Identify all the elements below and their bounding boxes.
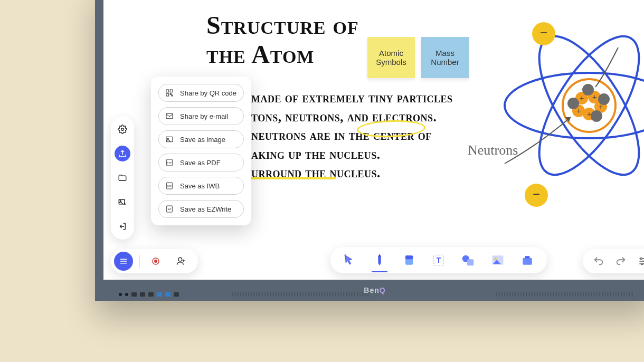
select-icon [343,253,357,268]
svg-text:+: + [592,93,596,101]
image-tool[interactable] [489,251,507,269]
speaker-grille [232,292,370,297]
save-as-ezwrite[interactable]: EZ Save as EZWrite [158,200,244,218]
briefcase-icon [520,253,535,268]
page-settings-button[interactable] [637,252,644,270]
settings-button[interactable] [115,121,130,137]
svg-text:+: + [580,94,584,102]
iwb-icon: IWB [165,182,174,190]
share-item-label: Share by e-mail [180,112,228,120]
qr-code-icon [165,89,174,97]
exit-button[interactable] [115,218,130,234]
svg-rect-31 [172,95,173,96]
exit-icon [118,222,127,231]
sliders-icon [638,256,644,266]
add-user-button[interactable] [172,252,191,271]
pdf-icon: PDF [165,158,174,167]
svg-point-57 [641,263,643,264]
sticky-label: Mass Number [424,49,466,66]
canvas-body-text: made of extremely tiny particles tons, n… [251,89,452,183]
svg-rect-29 [166,93,169,96]
svg-point-14 [582,84,594,96]
sticky-note-atomic-symbols[interactable]: Atomic Symbols [367,37,415,78]
svg-text:EZ: EZ [168,208,171,211]
svg-rect-27 [166,90,169,92]
atom-drawing: + + + + + − − [489,0,644,216]
share-item-label: Save as IWB [180,182,220,190]
folder-icon [118,173,127,183]
canvas-title: Structure of the Atom [206,11,359,69]
svg-point-1 [520,22,644,189]
side-toolbar [111,116,134,240]
svg-text:−: − [533,187,540,201]
svg-point-43 [178,258,182,261]
menu-button[interactable] [114,252,133,271]
add-user-icon [176,256,186,266]
share-button[interactable] [115,146,130,161]
add-image-button[interactable] [115,194,130,210]
share-item-label: Share by QR code [180,89,236,97]
document-tool[interactable] [518,251,536,269]
shapes-tool[interactable] [459,251,477,269]
svg-point-42 [154,260,157,263]
share-qr-code[interactable]: Share by QR code [158,84,244,102]
svg-text:IWB: IWB [167,185,172,187]
save-as-pdf[interactable]: PDF Save as PDF [158,154,244,172]
device-chin: BenQ [95,280,644,301]
whiteboard-canvas[interactable]: + + + + + − − Structure of the Atom made… [103,0,644,280]
svg-text:−: − [540,25,547,40]
svg-text:+: + [587,110,591,118]
gear-icon [118,125,127,134]
svg-point-52 [494,258,496,260]
pen-icon [372,253,387,268]
svg-text:PDF: PDF [167,161,172,164]
sticky-label: Atomic Symbols [371,49,412,66]
svg-rect-54 [525,256,530,258]
divider [139,255,140,268]
undo-button[interactable] [592,252,605,270]
redo-icon [615,255,627,267]
bottom-center-toolbar: T [330,247,547,273]
svg-point-24 [121,128,124,131]
svg-rect-53 [523,258,532,265]
svg-point-15 [567,98,579,109]
svg-text:+: + [576,107,581,115]
share-email[interactable]: Share by e-mail [158,107,244,125]
mail-icon [165,112,174,120]
share-menu: Share by QR code Share by e-mail Save as… [151,77,251,225]
picture-icon [490,253,505,268]
select-tool[interactable] [341,251,359,269]
image-icon [165,135,174,144]
bottom-left-toolbar [111,249,198,273]
svg-point-17 [591,110,602,122]
speaker-grille [496,292,633,297]
pen-tool[interactable] [371,251,389,269]
eraser-tool[interactable] [400,251,418,269]
svg-text:T: T [437,256,441,264]
svg-rect-32 [166,113,173,118]
interactive-display: + + + + + − − Structure of the Atom made… [95,0,644,301]
record-icon [151,256,160,266]
share-upload-icon [118,149,127,158]
hamburger-icon [119,256,128,266]
annotation-neutrons: Neutrons [468,142,518,158]
svg-rect-30 [170,93,171,94]
svg-rect-28 [170,90,173,92]
text-tool[interactable]: T [430,251,448,269]
save-as-iwb[interactable]: IWB Save as IWB [158,177,244,195]
text-icon: T [431,253,446,268]
folder-button[interactable] [115,170,130,186]
svg-point-16 [598,93,610,105]
record-button[interactable] [146,252,165,271]
share-item-label: Save as EZWrite [180,205,231,213]
undo-icon [593,255,604,267]
sticky-note-mass-number[interactable]: Mass Number [421,37,469,78]
save-as-image[interactable]: Save as image [158,130,244,148]
shapes-icon [460,252,476,268]
svg-rect-50 [467,259,473,265]
ezwrite-icon: EZ [165,205,174,213]
device-ports [119,292,179,297]
redo-button[interactable] [614,252,627,270]
share-item-label: Save as PDF [180,159,221,167]
brand-logo: BenQ [364,286,385,294]
